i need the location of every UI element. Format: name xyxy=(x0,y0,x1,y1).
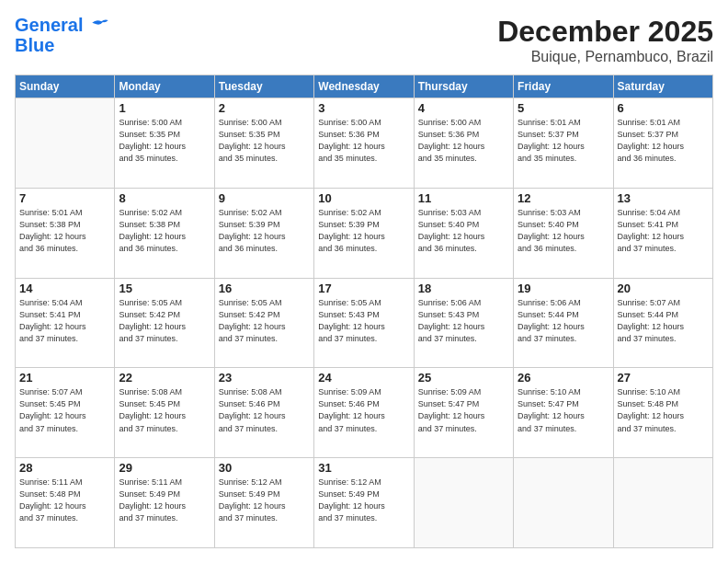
col-thursday: Thursday xyxy=(414,75,513,98)
calendar-cell: 23Sunrise: 5:08 AM Sunset: 5:46 PM Dayli… xyxy=(214,368,313,458)
day-number: 21 xyxy=(19,371,110,385)
day-info: Sunrise: 5:01 AM Sunset: 5:37 PM Dayligh… xyxy=(618,117,709,165)
day-info: Sunrise: 5:01 AM Sunset: 5:38 PM Dayligh… xyxy=(19,207,110,255)
day-number: 31 xyxy=(318,461,409,475)
day-info: Sunrise: 5:00 AM Sunset: 5:36 PM Dayligh… xyxy=(418,117,509,165)
day-number: 19 xyxy=(518,282,609,295)
day-number: 16 xyxy=(219,282,310,295)
day-info: Sunrise: 5:12 AM Sunset: 5:49 PM Dayligh… xyxy=(318,477,409,524)
day-number: 8 xyxy=(119,191,210,205)
calendar-cell: 27Sunrise: 5:10 AM Sunset: 5:48 PM Dayli… xyxy=(613,368,712,458)
day-info: Sunrise: 5:02 AM Sunset: 5:39 PM Dayligh… xyxy=(318,207,409,255)
col-monday: Monday xyxy=(115,75,214,98)
calendar-cell: 1Sunrise: 5:00 AM Sunset: 5:35 PM Daylig… xyxy=(115,98,214,189)
col-wednesday: Wednesday xyxy=(314,75,414,98)
day-info: Sunrise: 5:01 AM Sunset: 5:37 PM Dayligh… xyxy=(518,117,609,165)
calendar-week-4: 28Sunrise: 5:11 AM Sunset: 5:48 PM Dayli… xyxy=(16,458,713,548)
day-info: Sunrise: 5:03 AM Sunset: 5:40 PM Dayligh… xyxy=(518,207,609,255)
day-info: Sunrise: 5:05 AM Sunset: 5:43 PM Dayligh… xyxy=(318,297,409,345)
calendar-cell: 20Sunrise: 5:07 AM Sunset: 5:44 PM Dayli… xyxy=(613,278,712,368)
calendar-week-0: 1Sunrise: 5:00 AM Sunset: 5:35 PM Daylig… xyxy=(16,98,713,189)
calendar-cell xyxy=(613,458,712,548)
day-number: 26 xyxy=(518,371,609,385)
day-number: 6 xyxy=(618,101,709,115)
calendar-cell: 28Sunrise: 5:11 AM Sunset: 5:48 PM Dayli… xyxy=(16,458,115,548)
day-info: Sunrise: 5:00 AM Sunset: 5:35 PM Dayligh… xyxy=(219,117,310,165)
calendar-cell: 10Sunrise: 5:02 AM Sunset: 5:39 PM Dayli… xyxy=(314,188,414,278)
logo-text: General Blue xyxy=(15,15,110,55)
day-number: 5 xyxy=(518,101,609,115)
day-info: Sunrise: 5:09 AM Sunset: 5:47 PM Dayligh… xyxy=(418,386,509,434)
day-number: 4 xyxy=(418,101,509,115)
calendar-cell: 14Sunrise: 5:04 AM Sunset: 5:41 PM Dayli… xyxy=(16,278,115,368)
calendar-cell: 6Sunrise: 5:01 AM Sunset: 5:37 PM Daylig… xyxy=(613,98,712,189)
day-info: Sunrise: 5:10 AM Sunset: 5:47 PM Dayligh… xyxy=(518,386,609,434)
calendar-week-2: 14Sunrise: 5:04 AM Sunset: 5:41 PM Dayli… xyxy=(16,278,713,368)
col-saturday: Saturday xyxy=(613,75,712,98)
calendar-cell: 17Sunrise: 5:05 AM Sunset: 5:43 PM Dayli… xyxy=(314,278,414,368)
calendar-cell: 30Sunrise: 5:12 AM Sunset: 5:49 PM Dayli… xyxy=(214,458,313,548)
day-info: Sunrise: 5:03 AM Sunset: 5:40 PM Dayligh… xyxy=(418,207,509,255)
col-tuesday: Tuesday xyxy=(214,75,313,98)
day-number: 22 xyxy=(119,371,210,385)
day-info: Sunrise: 5:11 AM Sunset: 5:48 PM Dayligh… xyxy=(19,477,110,524)
calendar-cell: 24Sunrise: 5:09 AM Sunset: 5:46 PM Dayli… xyxy=(314,368,414,458)
day-info: Sunrise: 5:07 AM Sunset: 5:45 PM Dayligh… xyxy=(19,386,110,434)
day-info: Sunrise: 5:08 AM Sunset: 5:45 PM Dayligh… xyxy=(119,386,210,434)
day-info: Sunrise: 5:05 AM Sunset: 5:42 PM Dayligh… xyxy=(119,297,210,345)
calendar-body: 1Sunrise: 5:00 AM Sunset: 5:35 PM Daylig… xyxy=(16,98,713,548)
day-info: Sunrise: 5:00 AM Sunset: 5:36 PM Dayligh… xyxy=(318,117,409,165)
bird-icon xyxy=(90,17,110,32)
calendar-cell: 11Sunrise: 5:03 AM Sunset: 5:40 PM Dayli… xyxy=(414,188,513,278)
day-number: 18 xyxy=(418,282,509,295)
page: General Blue December 2025 Buique, Perna… xyxy=(0,0,728,563)
day-info: Sunrise: 5:08 AM Sunset: 5:46 PM Dayligh… xyxy=(219,386,310,434)
day-info: Sunrise: 5:02 AM Sunset: 5:39 PM Dayligh… xyxy=(219,207,310,255)
calendar-cell: 19Sunrise: 5:06 AM Sunset: 5:44 PM Dayli… xyxy=(514,278,613,368)
calendar-cell: 25Sunrise: 5:09 AM Sunset: 5:47 PM Dayli… xyxy=(414,368,513,458)
calendar-cell: 15Sunrise: 5:05 AM Sunset: 5:42 PM Dayli… xyxy=(115,278,214,368)
day-info: Sunrise: 5:11 AM Sunset: 5:49 PM Dayligh… xyxy=(119,477,210,524)
day-number: 20 xyxy=(618,282,709,295)
col-friday: Friday xyxy=(514,75,613,98)
calendar-cell: 26Sunrise: 5:10 AM Sunset: 5:47 PM Dayli… xyxy=(514,368,613,458)
logo: General Blue xyxy=(15,15,110,55)
day-number: 2 xyxy=(219,101,310,115)
day-info: Sunrise: 5:09 AM Sunset: 5:46 PM Dayligh… xyxy=(318,386,409,434)
day-number: 27 xyxy=(618,371,709,385)
col-sunday: Sunday xyxy=(16,75,115,98)
day-info: Sunrise: 5:10 AM Sunset: 5:48 PM Dayligh… xyxy=(618,386,709,434)
calendar-cell: 3Sunrise: 5:00 AM Sunset: 5:36 PM Daylig… xyxy=(314,98,414,189)
day-number: 1 xyxy=(119,101,210,115)
calendar-subtitle: Buique, Pernambuco, Brazil xyxy=(497,49,713,65)
calendar-title: December 2025 xyxy=(497,15,713,49)
calendar-cell: 21Sunrise: 5:07 AM Sunset: 5:45 PM Dayli… xyxy=(16,368,115,458)
calendar-cell xyxy=(514,458,613,548)
calendar-cell: 31Sunrise: 5:12 AM Sunset: 5:49 PM Dayli… xyxy=(314,458,414,548)
day-number: 15 xyxy=(119,282,210,295)
day-number: 23 xyxy=(219,371,310,385)
calendar-cell: 4Sunrise: 5:00 AM Sunset: 5:36 PM Daylig… xyxy=(414,98,513,189)
day-info: Sunrise: 5:12 AM Sunset: 5:49 PM Dayligh… xyxy=(219,477,310,524)
day-info: Sunrise: 5:06 AM Sunset: 5:43 PM Dayligh… xyxy=(418,297,509,345)
calendar-cell: 8Sunrise: 5:02 AM Sunset: 5:38 PM Daylig… xyxy=(115,188,214,278)
day-number: 28 xyxy=(19,461,110,475)
day-info: Sunrise: 5:05 AM Sunset: 5:42 PM Dayligh… xyxy=(219,297,310,345)
day-number: 17 xyxy=(318,282,409,295)
day-info: Sunrise: 5:04 AM Sunset: 5:41 PM Dayligh… xyxy=(19,297,110,345)
day-number: 11 xyxy=(418,191,509,205)
day-info: Sunrise: 5:00 AM Sunset: 5:35 PM Dayligh… xyxy=(119,117,210,165)
calendar-header-row: Sunday Monday Tuesday Wednesday Thursday… xyxy=(16,75,713,98)
calendar-cell: 16Sunrise: 5:05 AM Sunset: 5:42 PM Dayli… xyxy=(214,278,313,368)
calendar-cell: 7Sunrise: 5:01 AM Sunset: 5:38 PM Daylig… xyxy=(16,188,115,278)
day-number: 12 xyxy=(518,191,609,205)
day-number: 7 xyxy=(19,191,110,205)
day-info: Sunrise: 5:04 AM Sunset: 5:41 PM Dayligh… xyxy=(618,207,709,255)
calendar-cell xyxy=(414,458,513,548)
calendar-cell: 9Sunrise: 5:02 AM Sunset: 5:39 PM Daylig… xyxy=(214,188,313,278)
calendar-cell: 18Sunrise: 5:06 AM Sunset: 5:43 PM Dayli… xyxy=(414,278,513,368)
calendar-cell: 2Sunrise: 5:00 AM Sunset: 5:35 PM Daylig… xyxy=(214,98,313,189)
title-block: December 2025 Buique, Pernambuco, Brazil xyxy=(497,15,713,65)
header: General Blue December 2025 Buique, Perna… xyxy=(15,15,713,65)
day-info: Sunrise: 5:06 AM Sunset: 5:44 PM Dayligh… xyxy=(518,297,609,345)
